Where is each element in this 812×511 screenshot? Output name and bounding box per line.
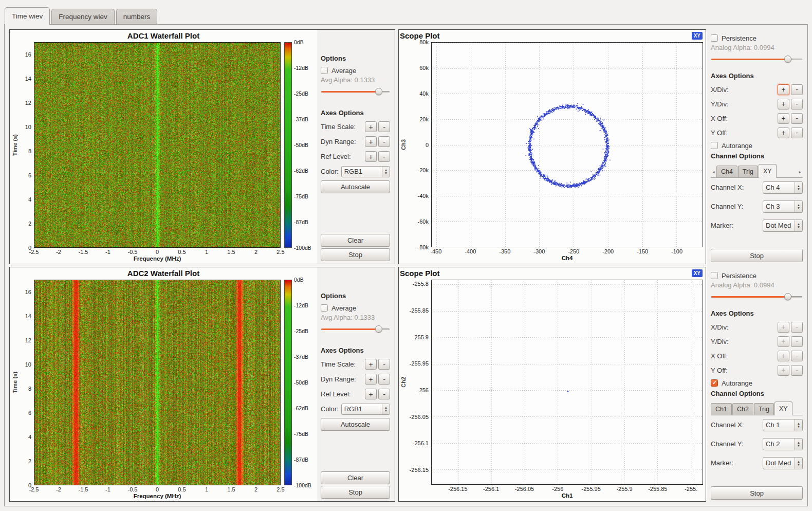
ref-level-label: Ref Level: [321,390,363,398]
yoff-decrease-button[interactable]: - [791,365,803,376]
scope2-xticks: -256.15-256.1-256.05-256-255.95-255.9-25… [431,485,703,492]
waterfall1-yticks: 1614121086420 [19,42,34,248]
autoscale-button[interactable]: Autoscale [321,180,390,193]
xoff-row: X Off: + - [711,349,803,363]
dyn-range-decrease-button[interactable]: - [378,374,390,385]
spinner-arrows-icon[interactable]: ▲▼ [795,458,802,469]
waterfall1-clear-button[interactable]: Clear [321,234,390,247]
spinner-arrows-icon[interactable]: ▲▼ [795,419,802,431]
ydiv-increase-button[interactable]: + [778,99,789,110]
x-tick-label: -256.1 [483,486,499,492]
spinner-arrows-icon[interactable]: ▲▼ [795,182,802,193]
scope2-canvas[interactable] [432,280,703,484]
scope1-stop-button[interactable]: Stop [711,249,803,262]
channel-tab-xy[interactable]: XY [759,164,777,178]
spinner-arrows-icon[interactable]: ▲▼ [795,220,802,231]
channel-tab-xy[interactable]: XY [774,402,792,415]
ref-level-increase-button[interactable]: + [365,389,377,399]
color-select[interactable]: RGB1 ▲▼ [341,166,390,177]
scope1-canvas[interactable] [432,43,703,247]
xdiv-decrease-button[interactable]: - [791,84,803,95]
ref-level-decrease-button[interactable]: - [378,151,390,162]
waterfall1-canvas[interactable] [34,43,280,247]
yoff-decrease-button[interactable]: - [791,127,803,138]
spinner-arrows-icon[interactable]: ▲▼ [795,439,802,450]
channel-tab-ch2[interactable]: Ch2 [732,403,753,415]
channel-tab-ch1[interactable]: Ch1 [711,403,732,415]
slider-handle[interactable] [375,88,382,95]
time-scale-increase-button[interactable]: + [365,121,377,132]
tab-time-view[interactable]: Time wiev [5,7,50,25]
x-tick-label: -1.5 [79,249,88,255]
tab-scroll-left-icon[interactable]: ◂ [711,166,716,177]
spinner-arrows-icon[interactable]: ▲▼ [382,167,390,177]
xoff-increase-button[interactable]: + [778,351,789,361]
ydiv-decrease-button[interactable]: - [791,99,803,110]
autorange-checkbox[interactable] [711,379,718,387]
channel-x-select[interactable]: Ch 1 ▲▼ [763,419,803,431]
persistence-checkbox[interactable] [711,34,718,42]
scope1-canvas-area [431,42,703,247]
color-select[interactable]: RGB1 ▲▼ [341,404,390,415]
xoff-decrease-button[interactable]: - [791,113,803,124]
average-checkbox[interactable] [321,304,328,312]
slider-handle[interactable] [784,56,791,63]
color-value: RGB1 [342,404,382,414]
dyn-range-decrease-button[interactable]: - [378,136,390,147]
yoff-increase-button[interactable]: + [778,365,789,376]
autorange-checkbox[interactable] [711,142,718,149]
xdiv-decrease-button[interactable]: - [791,322,803,333]
dyn-range-increase-button[interactable]: + [365,374,377,385]
time-scale-decrease-button[interactable]: - [378,121,390,132]
marker-select[interactable]: Dot Med ▲▼ [763,457,803,469]
scope2-stop-button[interactable]: Stop [711,486,803,500]
channel-tab-trig[interactable]: Trig [754,403,774,415]
ref-level-increase-button[interactable]: + [365,151,377,162]
time-scale-increase-button[interactable]: + [365,359,377,370]
y-tick-label: 0 [426,142,429,148]
channel-x-select[interactable]: Ch 4 ▲▼ [763,181,803,194]
yoff-increase-button[interactable]: + [778,127,789,138]
x-tick-label: -100 [671,248,682,254]
spinner-arrows-icon[interactable]: ▲▼ [795,201,802,212]
avg-alpha-slider[interactable] [321,324,390,333]
xoff-decrease-button[interactable]: - [791,351,803,361]
tab-scroll-right-icon[interactable]: ▸ [797,166,803,177]
persistence-row: Persistence [711,270,803,281]
average-checkbox[interactable] [321,67,328,74]
waterfall1-stop-button[interactable]: Stop [321,248,390,261]
persistence-checkbox[interactable] [711,272,718,279]
ydiv-decrease-button[interactable]: - [791,336,803,347]
channel-y-select[interactable]: Ch 3 ▲▼ [763,200,803,213]
waterfall1-ylabel: Time (s) [12,134,18,156]
waterfall2-yticks: 1614121086420 [19,280,34,485]
marker-select[interactable]: Dot Med ▲▼ [763,220,803,232]
channel-tab-trig[interactable]: Trig [738,166,758,177]
xdiv-increase-button[interactable]: + [778,322,789,333]
time-scale-decrease-button[interactable]: - [378,359,390,370]
channel-tab-ch4[interactable]: Ch4 [716,166,737,177]
y-tick-label: -80k [418,244,429,250]
waterfall2-canvas[interactable] [34,280,280,485]
waterfall2-stop-button[interactable]: Stop [321,486,390,499]
analog-alpha-slider[interactable] [711,292,802,301]
main-content: ADC1 Waterfall Plot Time (s) 16141210864… [4,24,808,506]
xoff-increase-button[interactable]: + [778,113,789,124]
analog-alpha-slider[interactable] [711,54,802,63]
tab-numbers[interactable]: numbers [116,9,158,24]
channel-y-select[interactable]: Ch 2 ▲▼ [763,438,803,450]
scope1-xlabel: Ch4 [431,255,703,263]
colorbar-tick-label: -25dB [294,90,308,97]
tab-frequency-view[interactable]: Frequency wiev [51,9,115,24]
ref-level-decrease-button[interactable]: - [378,389,390,399]
spinner-arrows-icon[interactable]: ▲▼ [382,404,390,414]
waterfall2-clear-button[interactable]: Clear [321,471,390,484]
dyn-range-increase-button[interactable]: + [365,136,377,147]
slider-handle[interactable] [784,293,791,300]
slider-handle[interactable] [375,325,382,333]
avg-alpha-slider[interactable] [321,87,390,96]
autoscale-button[interactable]: Autoscale [321,418,390,431]
ydiv-increase-button[interactable]: + [778,336,789,347]
xdiv-increase-button[interactable]: + [778,84,789,95]
y-tick-label: 14 [25,76,31,82]
